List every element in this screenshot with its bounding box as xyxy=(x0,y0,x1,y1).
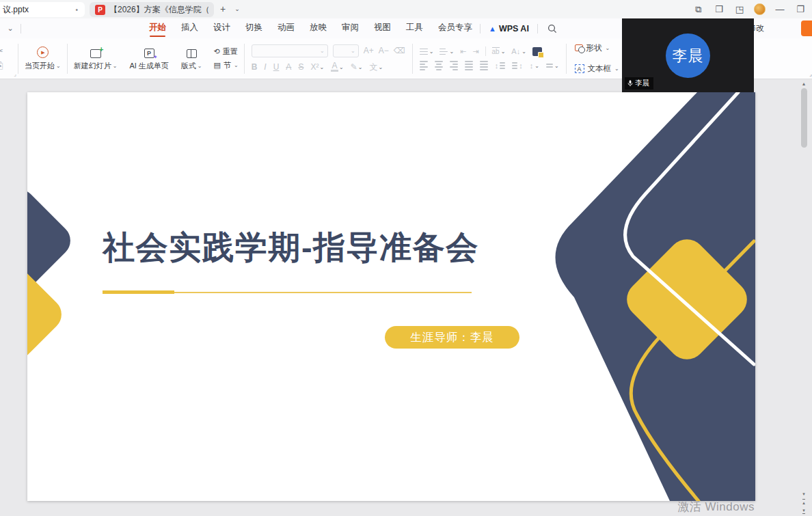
editing-workspace: 社会实践学期-指导准备会 生涯导师：李晨 激活 Windows xyxy=(0,80,812,516)
divider xyxy=(485,46,486,56)
scrollbar-down-button[interactable]: ▾ xyxy=(802,491,805,496)
spacing-before-button[interactable]: ↕ xyxy=(495,62,506,70)
tab-transition[interactable]: 切换 xyxy=(238,18,270,38)
screenshot-icon[interactable]: ⧉ xyxy=(692,4,705,15)
reset-section-group: ⟲ 重置 ▤ 节 ⌄ xyxy=(208,38,244,79)
increase-font-button[interactable]: A+ xyxy=(364,46,374,55)
shapes-button[interactable]: 形状⌄ xyxy=(575,38,619,58)
bold-button[interactable]: B xyxy=(252,62,258,72)
character-shading-button[interactable]: ab⌄ xyxy=(492,47,506,55)
video-call-overlay[interactable]: 李晨 李晨 xyxy=(622,18,754,92)
vertical-align-button[interactable]: ⌄ xyxy=(546,63,559,69)
microphone-icon xyxy=(627,80,633,87)
spacing-after-button[interactable]: ↕ xyxy=(512,62,523,70)
scrollbar-thumb[interactable] xyxy=(801,88,807,148)
search-button[interactable] xyxy=(538,24,567,33)
document-tab-current[interactable]: 议.pptx • xyxy=(0,2,85,17)
3d-view-icon[interactable]: ◳ xyxy=(733,4,746,14)
align-center-button[interactable] xyxy=(435,61,443,70)
tab-design[interactable]: 设计 xyxy=(206,18,238,38)
clipboard-group: ✂ ⎘ ⌟ xyxy=(0,38,18,79)
bullet-list-button[interactable]: ⌄ xyxy=(420,49,434,55)
font-name-select[interactable]: ⌄ xyxy=(252,44,328,57)
smartart-icon xyxy=(532,47,542,56)
line-spacing-button[interactable]: ↕⌄ xyxy=(530,62,539,70)
document-tab-label: 【2026】方案《信息学院（含艺术与 xyxy=(109,4,208,16)
slide-title[interactable]: 社会实践学期-指导准备会 xyxy=(103,226,479,269)
strikethrough-button[interactable]: S xyxy=(298,62,303,72)
font-color-button[interactable]: A ⌄ xyxy=(331,62,344,72)
font-color-icon: A xyxy=(331,62,338,72)
tab-wps-ai[interactable]: ▲ WPS AI xyxy=(481,24,537,33)
paste-icon[interactable]: ⎘ xyxy=(0,60,11,71)
reset-icon: ⟲ xyxy=(214,47,220,56)
italic-button[interactable]: I xyxy=(264,62,266,72)
document-tab-other[interactable]: P 【2026】方案《信息学院（含艺术与 xyxy=(90,2,214,17)
file-menu-chevron-icon[interactable]: ⌄ xyxy=(0,24,21,33)
clipboard-dialog-launcher-icon[interactable]: ⌟ xyxy=(14,71,16,77)
paragraph-group: ⌄ ⌄ ⇤ ⇥ ab⌄ A↓⌄ ↕ ↕ ↕⌄ ⌄ ⌟ xyxy=(413,38,566,79)
textbox-button[interactable]: A文本框⌄ xyxy=(575,59,619,79)
tab-slideshow[interactable]: 放映 xyxy=(302,18,334,38)
tab-insert[interactable]: 插入 xyxy=(174,18,206,38)
ai-generate-page-button[interactable]: P✦ AI 生成单页 xyxy=(123,38,174,79)
play-from-current-button[interactable]: ▶ 当页开始⌄ xyxy=(18,38,67,79)
numbered-list-icon xyxy=(439,49,448,55)
distribute-icon xyxy=(480,61,488,70)
justify-button[interactable] xyxy=(465,61,473,70)
participant-name-badge: 李晨 xyxy=(625,77,653,90)
tab-review[interactable]: 审阅 xyxy=(334,18,366,38)
align-center-icon xyxy=(435,61,443,70)
activate-windows-watermark: 激活 Windows xyxy=(677,499,755,515)
new-tab-button[interactable]: + xyxy=(216,2,230,16)
tab-view[interactable]: 视图 xyxy=(366,18,398,38)
clear-format-button[interactable]: ⌫ xyxy=(394,46,405,55)
restore-window-button[interactable]: ❐ xyxy=(794,4,807,14)
play-circle-icon: ▶ xyxy=(37,46,49,58)
convert-to-smartart-button[interactable] xyxy=(532,47,542,56)
highlight-button[interactable]: ✎⌄ xyxy=(351,62,363,72)
slide-canvas[interactable]: 社会实践学期-指导准备会 生涯导师：李晨 xyxy=(27,92,755,501)
align-left-button[interactable] xyxy=(420,61,428,70)
decrease-indent-button[interactable]: ⇤ xyxy=(460,47,466,56)
align-right-icon xyxy=(450,61,458,70)
layout-icon xyxy=(187,49,197,58)
minimize-button[interactable]: — xyxy=(774,4,786,14)
increase-indent-button[interactable]: ⇥ xyxy=(472,47,478,56)
font-size-select[interactable]: ⌄ xyxy=(333,44,359,57)
unsaved-dot-icon: • xyxy=(75,6,78,14)
section-button[interactable]: ▤ 节 ⌄ xyxy=(214,60,239,70)
next-slide-button[interactable]: ▾ xyxy=(802,508,805,514)
text-direction-button[interactable]: A↓⌄ xyxy=(511,47,526,55)
new-slide-button[interactable]: + 新建幻灯片⌄ xyxy=(68,38,124,79)
tab-list-dropdown[interactable]: ⌄ xyxy=(230,2,244,16)
tab-animation[interactable]: 动画 xyxy=(270,18,302,38)
character-border-button[interactable]: A xyxy=(286,62,291,72)
shapes-icon xyxy=(575,44,583,51)
search-icon xyxy=(547,24,557,33)
underline-button[interactable]: U xyxy=(273,62,280,72)
previous-slide-button[interactable]: ▴ xyxy=(802,499,805,505)
tab-tools[interactable]: 工具 xyxy=(398,18,431,38)
share-button-partial[interactable] xyxy=(801,21,812,36)
layout-button[interactable]: 版式⌄ xyxy=(175,38,208,79)
numbered-list-button[interactable]: ⌄ xyxy=(439,49,454,55)
pinyin-guide-button[interactable]: 文⌄ xyxy=(370,62,383,73)
tab-home[interactable]: 开始 xyxy=(141,18,174,38)
paragraph-dialog-launcher-icon[interactable]: ⌟ xyxy=(809,71,812,77)
participant-avatar: 李晨 xyxy=(666,33,710,78)
reset-button[interactable]: ⟲ 重置 xyxy=(214,46,239,57)
presenter-badge[interactable]: 生涯导师：李晨 xyxy=(385,326,519,349)
title-underline-rule xyxy=(174,292,472,293)
tab-member[interactable]: 会员专享 xyxy=(431,18,480,38)
distribute-text-button[interactable] xyxy=(480,61,488,70)
superscript-button[interactable]: X²⌄ xyxy=(310,62,324,72)
document-tab-label: 议.pptx xyxy=(3,4,29,16)
scrollbar-up-button[interactable]: ▴ xyxy=(799,81,809,87)
decrease-font-button[interactable]: A− xyxy=(379,46,389,55)
character-shading-icon: ab xyxy=(492,47,500,55)
user-avatar[interactable] xyxy=(754,3,766,15)
cut-icon[interactable]: ✂ xyxy=(0,46,11,56)
window-manage-icon[interactable]: ❒ xyxy=(713,4,725,14)
align-right-button[interactable] xyxy=(450,61,458,70)
